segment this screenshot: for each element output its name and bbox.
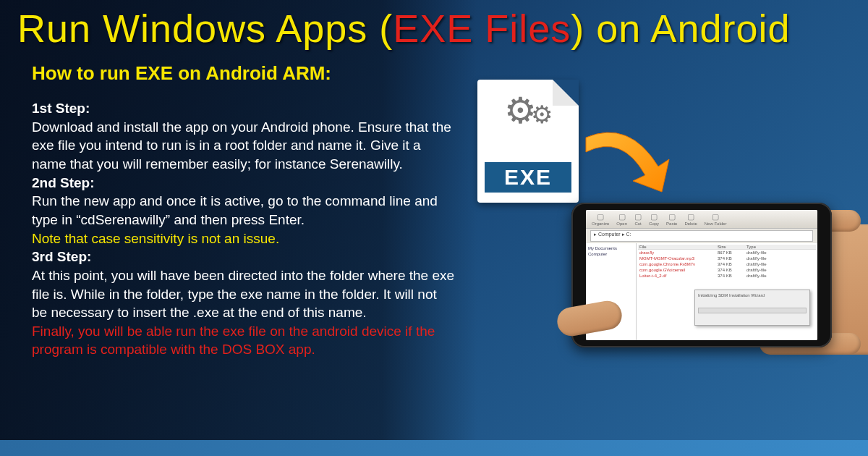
install-dialog: Initializing SDM Installation Wizard [694, 290, 810, 326]
content-area: How to run EXE on Android ARM: 1st Step:… [0, 51, 456, 359]
step-3-label: 3rd Step: [32, 248, 456, 266]
address-bar: ▸ Computer ▸ C: [590, 230, 813, 242]
toolbar-item: Paste [666, 212, 677, 226]
bottom-accent [0, 440, 868, 456]
main-title: Run Windows Apps (EXE Files) on Android [0, 0, 868, 51]
step-3: 3rd Step: At this point, you will have b… [32, 248, 456, 359]
title-part-3: ) on Android [571, 7, 790, 50]
step-2-note: Note that case sensitivity is not an iss… [32, 229, 456, 248]
step-3-body: At this point, you will have been direct… [32, 266, 456, 322]
toolbar-item: Delete [684, 212, 697, 226]
exe-file-icon: ⚙⚙ EXE [477, 80, 579, 203]
explorer-toolbar: Organize Open Cut Copy Paste Delete New … [586, 210, 817, 229]
step-2-body: Run the new app and once it is active, g… [32, 192, 456, 229]
step-1: 1st Step: Download and install the app o… [32, 99, 456, 174]
step-1-body: Download and install the app on your And… [32, 118, 456, 174]
toolbar-item: Cut [634, 212, 642, 226]
title-part-1: Run Windows Apps ( [17, 7, 393, 50]
illustration: ⚙⚙ EXE Organize Open Cut Copy [470, 80, 846, 384]
step-2-label: 2nd Step: [32, 174, 456, 193]
title-part-2: EXE Files [393, 7, 571, 50]
toolbar-item: Organize [592, 212, 609, 226]
toolbar-item: Open [616, 212, 627, 226]
gears-icon: ⚙⚙ [477, 98, 579, 124]
subtitle: How to run EXE on Android ARM: [32, 61, 456, 86]
hand-holding-phone: Organize Open Cut Copy Paste Delete New … [542, 195, 846, 369]
exe-badge: EXE [485, 162, 571, 193]
step-1-label: 1st Step: [32, 99, 456, 118]
step-2: 2nd Step: Run the new app and once it is… [32, 174, 456, 248]
toolbar-item: New Folder [705, 212, 727, 226]
step-3-final: Finally, you will be able run the exe fi… [32, 322, 456, 359]
toolbar-item: Copy [649, 212, 659, 226]
